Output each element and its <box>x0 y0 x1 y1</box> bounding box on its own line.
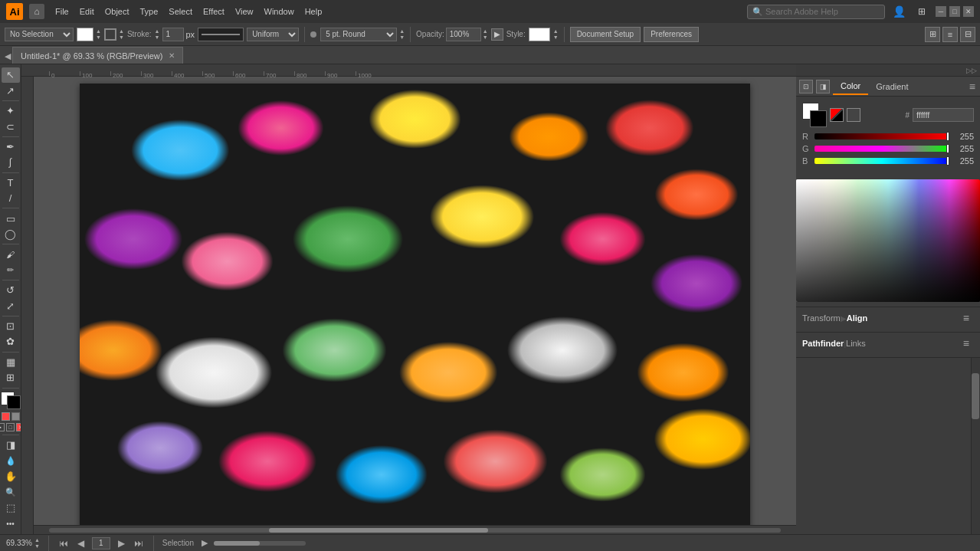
canvas-scrollbar-h[interactable] <box>34 525 796 534</box>
arrange-icon[interactable]: ⊞ <box>925 27 940 42</box>
color-picker-area[interactable] <box>796 179 980 302</box>
color-tab[interactable]: Color <box>833 78 868 95</box>
last-page-button[interactable]: ⏭ <box>133 538 145 549</box>
page-number-input[interactable] <box>92 537 110 549</box>
scrollbar-thumb-h[interactable] <box>269 528 489 533</box>
line-tool-btn[interactable]: / <box>2 191 20 206</box>
r-slider-thumb[interactable] <box>946 132 949 141</box>
document-setup-button[interactable]: Document Setup <box>570 27 641 42</box>
zoom-arrows[interactable]: ▲▼ <box>34 537 40 549</box>
home-icon[interactable]: ⌂ <box>29 4 44 19</box>
rectangle-tool-btn[interactable]: ▭ <box>2 211 20 226</box>
next-page-button[interactable]: ▶ <box>116 538 126 549</box>
stroke-type-select[interactable]: Uniform <box>247 28 299 41</box>
maximize-button[interactable]: □ <box>949 6 960 17</box>
menu-type[interactable]: Type <box>136 5 163 18</box>
tab-close-button[interactable]: ✕ <box>169 51 175 60</box>
canvas-content[interactable] <box>34 77 796 534</box>
menu-select[interactable]: Select <box>164 5 197 18</box>
hand-tool-btn[interactable]: ✋ <box>2 469 20 484</box>
menu-file[interactable]: File <box>51 5 74 18</box>
bg-swatch[interactable] <box>810 110 827 127</box>
pathfinder-tab-label[interactable]: Pathfinder <box>802 339 844 348</box>
stroke-icon[interactable] <box>104 28 116 41</box>
menu-object[interactable]: Object <box>100 5 134 18</box>
panel-icon[interactable]: ⊟ <box>960 27 975 42</box>
menu-window[interactable]: Window <box>260 5 299 18</box>
mesh-tool-btn[interactable]: ⊞ <box>2 370 20 385</box>
prev-page-button[interactable]: ◀ <box>76 538 86 549</box>
stroke-arrows2[interactable]: ▲▼ <box>155 28 160 41</box>
type-tool-btn[interactable]: T <box>2 175 20 190</box>
menu-effect[interactable]: Effect <box>198 5 229 18</box>
gradient-tab[interactable]: Gradient <box>868 79 916 94</box>
close-button[interactable]: ✕ <box>963 6 974 17</box>
gradient-panel-icon[interactable]: ◨ <box>816 80 830 93</box>
panel-toggle-icon[interactable]: ⊞ <box>913 2 931 21</box>
swap-colors-icon[interactable] <box>847 108 860 122</box>
more-tools-btn[interactable]: ••• <box>2 516 20 531</box>
fill-color-swatch[interactable] <box>77 28 93 41</box>
align-panel-options[interactable]: ≡ <box>963 312 974 324</box>
panel-collapse-handle[interactable]: ▷▷ <box>796 64 980 77</box>
menu-edit[interactable]: Edit <box>75 5 99 18</box>
document-tab[interactable]: Untitled-1* @ 69.33 % (RGB/Preview) ✕ <box>12 47 183 64</box>
menu-help[interactable]: Help <box>300 5 327 18</box>
eyedropper-btn[interactable]: 💧 <box>2 453 20 468</box>
magic-wand-tool-btn[interactable]: ✦ <box>2 103 20 119</box>
opacity-input[interactable] <box>446 28 481 41</box>
column-graph-btn[interactable]: ▦ <box>2 355 20 370</box>
links-tab-label[interactable]: Links <box>846 339 866 348</box>
scale-tool-btn[interactable]: ⤢ <box>2 298 20 313</box>
paintbrush-tool-btn[interactable]: 🖌 <box>2 247 20 262</box>
g-slider-thumb[interactable] <box>946 144 949 153</box>
transform-tab-label[interactable]: Transform <box>802 313 841 323</box>
gradient-tool-btn[interactable]: ◨ <box>2 438 20 453</box>
profile-icon[interactable]: 👤 <box>890 2 908 21</box>
symbol-sprayer-btn[interactable]: ✿ <box>2 334 20 349</box>
stroke-value-input[interactable] <box>162 28 184 41</box>
fg-bg-swatch-area[interactable] <box>802 103 827 127</box>
search-input[interactable] <box>765 7 873 16</box>
panel-scrollbar-thumb[interactable] <box>972 373 979 419</box>
preferences-button[interactable]: Preferences <box>644 27 699 42</box>
brush-arrows[interactable]: ▲▼ <box>399 28 405 41</box>
background-color-swatch[interactable] <box>7 395 21 409</box>
stroke-arrows[interactable]: ▲▼ <box>119 28 124 41</box>
no-color-swatch[interactable] <box>830 108 844 122</box>
pathfinder-panel-options[interactable]: ≡ <box>963 337 974 349</box>
first-page-button[interactable]: ⏮ <box>57 538 70 549</box>
panel-scrollbar[interactable] <box>971 358 980 534</box>
search-box[interactable]: 🔍 <box>747 5 885 19</box>
minimize-button[interactable]: ─ <box>936 6 946 17</box>
pencil-tool-btn[interactable]: ✏ <box>2 263 20 278</box>
style-arrows[interactable]: ▲▼ <box>553 28 559 41</box>
free-transform-btn[interactable]: ⊡ <box>2 319 20 334</box>
gradient-small-icon[interactable] <box>11 412 20 421</box>
artboard-tool-btn[interactable]: ⬚ <box>2 500 20 516</box>
play-button[interactable]: ▶ <box>202 538 208 548</box>
collapse-icon[interactable]: ▷▷ <box>966 67 977 74</box>
red-slash-icon[interactable] <box>2 412 10 421</box>
r-slider-track[interactable] <box>814 133 949 139</box>
rotate-tool-btn[interactable]: ↺ <box>2 283 20 298</box>
hex-color-input[interactable] <box>913 108 974 122</box>
fill-mode-icon[interactable]: ▪ <box>0 423 5 431</box>
ellipse-tool-btn[interactable]: ◯ <box>2 227 20 242</box>
none-mode-icon[interactable]: ✕ <box>16 423 21 431</box>
align-tab-label[interactable]: Align <box>847 313 868 323</box>
color-panel-icon[interactable]: ⊡ <box>799 80 813 93</box>
stroke-mode-icon[interactable]: □ <box>6 423 15 431</box>
opacity-arrows[interactable]: ▲▼ <box>483 28 488 41</box>
style-swatch[interactable] <box>529 28 550 41</box>
brush-size-select[interactable]: 5 pt. Round <box>320 28 397 41</box>
lasso-tool-btn[interactable]: ⊂ <box>2 119 20 134</box>
b-slider-track[interactable] <box>814 158 949 164</box>
stroke-style-preview[interactable] <box>198 28 244 41</box>
g-slider-track[interactable] <box>814 146 949 152</box>
color-panel-options[interactable]: ≡ <box>969 80 980 93</box>
menu-view[interactable]: View <box>231 5 258 18</box>
artboard[interactable] <box>80 84 750 528</box>
fill-color-arrows[interactable]: ▲▼ <box>96 28 101 41</box>
zoom-tool-btn[interactable]: 🔍 <box>2 484 20 500</box>
